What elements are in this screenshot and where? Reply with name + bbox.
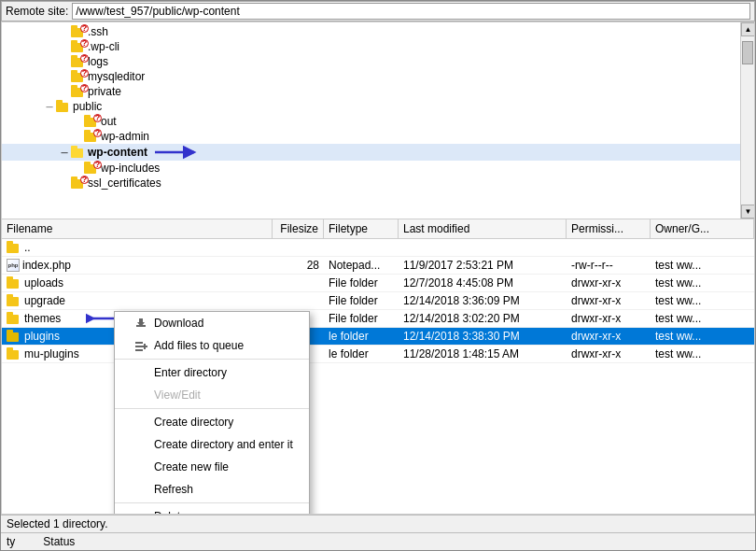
ctx-sep1 [115,359,309,360]
folder-icon-mu-plugins [7,347,21,360]
tree-item-logs[interactable]: ? logs [2,54,754,69]
tree-item-ssh[interactable]: ? .ssh [2,24,754,39]
ctx-create-directory[interactable]: Create directory [115,411,309,433]
ctx-create-directory-enter-label: Create directory and enter it [154,438,293,451]
remote-site-input[interactable] [72,3,750,20]
file-cell-size-indexphp: 28 [273,258,324,273]
ctx-create-new-file[interactable]: Create new file [115,456,309,478]
tree-item-public[interactable]: ─ public [2,99,754,114]
ctx-sep2 [115,408,309,409]
col-header-filesize[interactable]: Filesize [273,219,324,238]
question-folder-icon-wp-admin: ? [84,130,99,143]
tree-label-logs: logs [88,55,108,68]
file-cell-size [273,247,324,248]
tree-item-mysqleditor[interactable]: ? mysqleditor [2,69,754,84]
tree-panel: ? .ssh ? .wp-cli ? [1,21,755,219]
file-cell-owner-indexphp: test ww... [651,258,754,273]
file-name-mu-plugins: mu-plugins [24,347,79,360]
folder-icon-upgrade [7,294,21,307]
file-name-indexphp: index.php [22,259,71,272]
file-cell-perms-plugins: drwxr-xr-x [567,329,651,344]
file-cell-modified-plugins: 12/14/2018 3:38:30 PM [399,329,567,344]
folder-icon-uploads [7,276,21,290]
tree-label-wp-cli: .wp-cli [88,40,119,53]
tree-item-ssl[interactable]: ? ssl_certificates [2,176,754,191]
tree-item-wp-cli[interactable]: ? .wp-cli [2,39,754,54]
file-cell-modified-upgrade: 12/14/2018 3:36:09 PM [399,293,567,308]
question-folder-icon-out: ? [84,115,99,128]
svg-rect-5 [135,342,143,344]
delete-icon [133,509,148,515]
scroll-down-btn[interactable]: ▼ [741,205,755,219]
ctx-delete[interactable]: Delete [115,505,309,515]
selected-status: Selected 1 directory. [7,517,108,530]
file-row-parent[interactable]: .. [2,239,754,257]
tree-item-private[interactable]: ? private [2,84,754,99]
status-bar: Selected 1 directory. [1,515,755,532]
col-header-perms[interactable]: Permissi... [567,219,651,238]
create-dir-icon [133,415,148,430]
col-header-owner[interactable]: Owner/G... [651,219,754,238]
ctx-refresh[interactable]: Refresh [115,478,309,501]
tree-item-wp-admin[interactable]: ? wp-admin [2,129,754,144]
file-name-themes: themes [24,312,61,325]
ctx-enter-directory-label: Enter directory [154,366,227,379]
tree-label-mysqleditor: mysqleditor [88,70,145,83]
tree-item-out[interactable]: ? out [2,114,754,129]
file-row-upgrade[interactable]: upgrade File folder 12/14/2018 3:36:09 P… [2,292,754,310]
folder-icon-themes [7,312,21,325]
question-folder-icon-logs: ? [71,55,86,68]
file-cell-perms-upgrade: drwxr-xr-x [567,293,651,308]
file-cell-name-upgrade: upgrade [2,293,273,308]
svg-rect-6 [135,346,143,347]
ctx-download[interactable]: Download [115,312,309,334]
ctx-view-edit: View/Edit [115,384,309,406]
ctx-add-queue[interactable]: Add files to queue [115,334,309,357]
file-row-uploads[interactable]: uploads File folder 12/7/2018 4:45:08 PM… [2,275,754,292]
file-name-text: .. [24,241,31,254]
svg-rect-9 [142,346,147,347]
tree-label-wp-content: wp-content [88,146,147,159]
file-cell-owner-themes: test ww... [651,311,754,326]
tree-label-wp-includes: wp-includes [101,162,160,175]
file-cell-perms-uploads: drwxr-xr-x [567,276,651,290]
remote-site-label: Remote site: [6,5,68,18]
tree-label-ssl: ssl_certificates [88,177,161,190]
svg-rect-7 [135,349,143,351]
ctx-create-directory-label: Create directory [154,416,233,429]
folder-open-icon-wp-content [71,146,86,159]
add-queue-icon [133,338,148,353]
folder-icon-plugins [7,330,21,343]
ctx-refresh-label: Refresh [154,483,193,496]
tree-item-wp-includes[interactable]: ? wp-includes [2,161,754,176]
file-cell-modified-indexphp: 11/9/2017 2:53:21 PM [399,258,567,273]
file-row-indexphp[interactable]: php index.php 28 Notepad... 11/9/2017 2:… [2,257,754,275]
ctx-create-directory-enter[interactable]: Create directory and enter it [115,433,309,456]
file-name-uploads: uploads [24,276,63,290]
tree-scrollbar[interactable]: ▲ ▼ [740,22,754,219]
scroll-track [741,36,754,205]
file-cell-owner [651,247,754,248]
col-header-filename[interactable]: Filename [2,219,273,238]
tree-label-private: private [88,85,121,98]
file-cell-type-uploads: File folder [324,276,399,290]
ctx-download-label: Download [154,317,203,330]
scroll-thumb[interactable] [742,41,753,64]
file-cell-perms [567,247,651,248]
context-menu: Download Add files to queue Enter direct… [114,311,310,515]
status-label: Status [43,535,75,548]
file-cell-perms-themes: drwxr-xr-x [567,311,651,326]
scroll-up-btn[interactable]: ▲ [741,22,755,36]
question-folder-icon-mysqleditor: ? [71,70,86,83]
file-cell-size-upgrade [273,300,324,302]
tree-label-ssh: .ssh [88,25,108,38]
file-cell-modified-themes: 12/14/2018 3:02:20 PM [399,311,567,326]
bottom-bar: ty Status [1,532,755,550]
tree-item-wp-content[interactable]: ─ wp-content [2,144,754,161]
col-header-filetype[interactable]: Filetype [324,219,399,238]
question-folder-icon: ? [71,25,86,38]
ctx-enter-directory[interactable]: Enter directory [115,361,309,384]
file-cell-type-upgrade: File folder [324,293,399,308]
create-file-icon [133,459,148,474]
col-header-lastmod[interactable]: Last modified [399,219,567,238]
